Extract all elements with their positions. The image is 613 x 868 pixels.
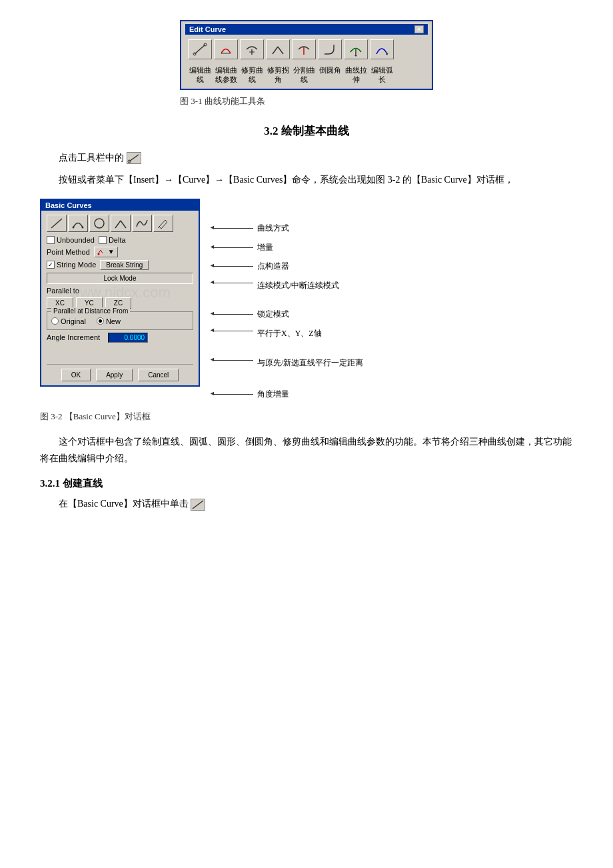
dialog-body: Unbounded Delta Point Method ▼ String Mo… [41,211,199,385]
toolbar-label-5: 倒圆角 [318,65,342,85]
svg-line-0 [195,45,205,54]
toolbar-labels-row: 编辑曲线 编辑曲线参数 修剪曲线 修剪拐角 分割曲线 倒圆角 曲线拉伸 编辑弧长 [185,65,428,85]
dialog-icons-row [47,215,193,232]
string-mode-row: String Mode Break String [47,260,193,270]
edit-curve-section: Edit Curve × [40,20,573,107]
subsection-321: 3.2.1 创建直线 [40,477,573,490]
annotation-3: 连续模式/中断连续模式 [213,276,363,305]
annotation-1: 增量 [213,239,363,257]
lock-mode-btn[interactable]: Lock Mode [47,273,193,284]
new-radio[interactable] [97,317,104,325]
annotation-text-0: 曲线方式 [257,223,289,234]
curve-icon-line[interactable] [47,215,67,232]
svg-marker-10 [354,55,357,57]
edit-curve-icon-1[interactable] [214,39,238,59]
edit-curve-toolbar: Edit Curve × [180,20,433,90]
annotation-line-1 [213,247,253,248]
toolbar-label-7: 编辑弧长 [370,65,394,85]
toolbar-icons-row [185,37,428,61]
close-icon[interactable]: × [414,25,424,33]
annotation-text-6: 与原先/新选直线平行一定距离 [257,357,363,369]
dialog-buttons-row: OK Apply Cancel [47,364,193,381]
toolbar-label-1: 编辑曲线参数 [214,65,238,85]
delta-checkbox[interactable] [99,236,107,244]
svg-point-17 [95,219,104,228]
edit-curve-title-bar: Edit Curve × [185,24,428,35]
edit-curve-icon-0[interactable] [188,39,212,59]
annotation-text-3: 连续模式/中断连续模式 [257,280,339,291]
original-radio-item: Original [51,317,90,325]
new-label: New [106,317,121,325]
annotation-2: 点构造器 [213,257,363,276]
curve-icon-edit[interactable] [153,215,173,232]
intro-text-1: 点击工具栏中的 [59,149,573,166]
basic-curves-section: www.nidcx.com Basic Curves [40,199,573,423]
parallel-to-row: Parallel to [47,287,193,295]
unbounded-checkbox[interactable] [47,236,55,244]
unbounded-label: Unbounded [57,236,95,244]
spacer [47,348,193,360]
original-label: Original [61,317,86,325]
basic-curves-dialog: www.nidcx.com Basic Curves [40,199,200,387]
annotation-4: 锁定模式 [213,305,363,324]
edit-curve-icon-4[interactable] [292,39,316,59]
toolbar-inline-icon [127,152,141,164]
cancel-btn[interactable]: Cancel [138,369,179,381]
body-text-3: 这个对话框中包含了绘制直线、圆弧、圆形、倒圆角、修剪曲线和编辑曲线参数的功能。本… [40,433,573,467]
edit-curve-icon-2[interactable] [240,39,264,59]
edit-curve-title: Edit Curve [189,25,226,33]
angle-increment-row: Angle Increment 0.0000 [47,333,193,343]
svg-line-20 [158,227,159,228]
svg-point-16 [82,226,84,228]
angle-increment-label: Angle Increment [47,333,100,341]
radio-row: Original New [51,315,189,325]
svg-point-15 [73,226,75,228]
string-mode-checkbox[interactable] [47,261,55,269]
basic-curve-inline-icon [191,499,205,511]
ok-btn[interactable]: OK [61,369,91,381]
annotation-line-4 [213,314,253,315]
curve-icon-circle[interactable] [89,215,109,232]
edit-curve-icon-5[interactable] [318,39,342,59]
svg-point-21 [97,253,99,255]
original-radio[interactable] [51,317,59,325]
curve-icon-arc[interactable] [68,215,88,232]
annotation-0: 曲线方式 [213,219,363,239]
annotation-line-6 [213,360,253,361]
unbounded-delta-row: Unbounded Delta [47,236,193,244]
toolbar-label-2: 修剪曲线 [240,65,264,85]
annotation-7: 角度增量 [213,385,363,404]
toolbar-label-4: 分割曲线 [292,65,316,85]
fig-caption-2: 图 3-2 【Basic Curve】对话框 [40,411,293,423]
annotation-line-3 [213,283,253,283]
lock-mode-row: Lock Mode [47,273,193,284]
parallel-distance-groupbox: Parallel at Distance From Original New [47,311,193,330]
toolbar-label-3: 修剪拐角 [266,65,290,85]
edit-curve-icon-7[interactable] [370,39,394,59]
dialog-with-annotations: www.nidcx.com Basic Curves [40,199,363,404]
svg-line-18 [115,221,121,228]
annotation-6: 与原先/新选直线平行一定距离 [213,353,363,385]
svg-line-14 [51,219,62,228]
body-text-1-label: 点击工具栏中的 [59,153,124,163]
body-text-4: 在【Basic Curve】对话框中单击 [59,495,573,512]
delta-label: Delta [109,236,126,244]
svg-line-12 [129,155,139,161]
angle-increment-input[interactable]: 0.0000 [108,333,148,343]
curve-icon-spline[interactable] [132,215,152,232]
point-method-dropdown[interactable]: ▼ [94,247,118,257]
annotation-line-5 [213,331,253,331]
edit-curve-icon-3[interactable] [266,39,290,59]
curve-icon-corner[interactable] [111,215,131,232]
fig-caption-1: 图 3-1 曲线功能工具条 [180,95,433,107]
annotation-text-7: 角度增量 [257,389,289,400]
apply-btn[interactable]: Apply [96,369,133,381]
dialog-title: Basic Curves [45,201,92,209]
new-radio-item: New [97,317,125,325]
toolbar-label-6: 曲线拉伸 [344,65,368,85]
edit-curve-icon-6[interactable] [344,39,368,59]
intro-text-2: 按钮或者菜单下【Insert】→【Curve】→【Basic Curves】命令… [40,171,573,188]
annotation-text-5: 平行于X、Y、Z轴 [257,328,322,339]
break-string-btn[interactable]: Break String [100,260,149,270]
svg-line-22 [193,501,203,509]
